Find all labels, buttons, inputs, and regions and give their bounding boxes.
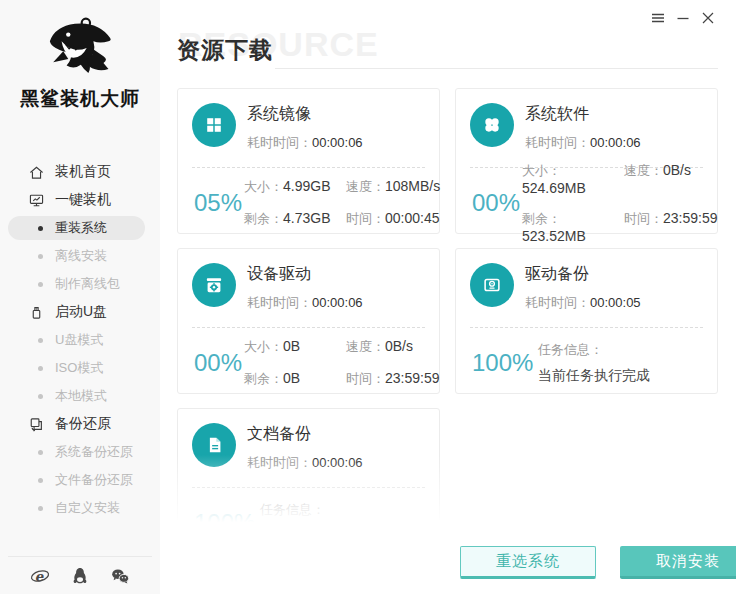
reselect-system-button[interactable]: 重选系统 <box>460 546 596 579</box>
download-cards: 系统镜像 耗时时间：00:00:06 05% 大小：4.99GB 速度：108M… <box>177 88 718 535</box>
sidebar-item-label: U盘模式 <box>55 331 103 349</box>
stat-size-label: 大小： <box>244 179 283 194</box>
card-document-backup: 文档备份 耗时时间：00:00:06 100% 任务信息： 当前任务执行完成 <box>177 408 440 535</box>
bullet-icon <box>38 338 43 343</box>
sidebar-item-label: 制作离线包 <box>55 275 120 293</box>
elapsed-label: 耗时时间： <box>247 295 312 310</box>
card-driver-backup: 驱动备份 耗时时间：00:00:05 100% 任务信息： 当前任务执行完成 <box>455 248 718 394</box>
card-device-driver: 设备驱动 耗时时间：00:00:06 00% 大小：0B 速度：0B/s 剩余：… <box>177 248 440 394</box>
stat-remaining-label: 剩余： <box>244 211 283 226</box>
bullet-icon <box>38 394 43 399</box>
sidebar-item-iso-mode[interactable]: ISO模式 <box>0 354 160 382</box>
harddrive-icon <box>470 263 514 307</box>
stat-size-label: 大小： <box>244 339 283 354</box>
stat-size-value: 524.69MB <box>522 180 586 196</box>
stat-remaining-value: 0B <box>283 370 300 386</box>
stat-time-value: 23:59:59 <box>663 210 718 226</box>
bullet-icon <box>38 506 43 511</box>
stat-time-label: 时间： <box>624 211 663 226</box>
stat-remaining-value: 523.52MB <box>522 228 586 244</box>
task-info-label: 任务信息： <box>538 341 650 359</box>
sidebar: 黑鲨装机大师 装机首页 一键装机 重装系统 离线安装 制作离线包 <box>0 0 160 594</box>
elapsed-value: 00:00:06 <box>312 135 363 150</box>
sidebar-item-system-backup-restore[interactable]: 系统备份还原 <box>0 438 160 466</box>
elapsed-value: 00:00:06 <box>590 135 641 150</box>
sidebar-item-label: 离线安装 <box>55 247 107 265</box>
sidebar-item-label: 一键装机 <box>55 191 111 209</box>
sidebar-item-reinstall-system[interactable]: 重装系统 <box>0 214 160 242</box>
bullet-icon <box>38 254 43 259</box>
stat-speed-label: 速度： <box>346 179 385 194</box>
elapsed-label: 耗时时间： <box>247 455 312 470</box>
wechat-icon[interactable] <box>110 566 130 586</box>
progress-percent: 00% <box>194 349 244 377</box>
stat-speed-value: 0B/s <box>663 162 691 178</box>
sidebar-item-file-backup-restore[interactable]: 文件备份还原 <box>0 466 160 494</box>
menu-icon[interactable] <box>651 11 665 25</box>
footer-buttons: 重选系统 取消安装 <box>320 546 736 579</box>
home-icon <box>28 164 45 181</box>
stat-remaining-value: 4.73GB <box>283 210 330 226</box>
sidebar-item-custom-install[interactable]: 自定义安装 <box>0 494 160 522</box>
stat-time-value: 23:59:59 <box>385 370 440 386</box>
cancel-install-button[interactable]: 取消安装 <box>620 546 736 579</box>
sidebar-menu: 装机首页 一键装机 重装系统 离线安装 制作离线包 启动U盘 <box>0 158 160 522</box>
progress-percent: 05% <box>194 189 244 217</box>
card-title: 系统镜像 <box>247 104 363 125</box>
minimize-icon[interactable] <box>676 11 690 25</box>
stat-speed-label: 速度： <box>346 339 385 354</box>
sidebar-item-home[interactable]: 装机首页 <box>0 158 160 186</box>
stat-speed-value: 108MB/s <box>385 178 440 194</box>
sidebar-item-label: 装机首页 <box>55 163 111 181</box>
app-name: 黑鲨装机大师 <box>0 86 160 112</box>
sidebar-item-label: 本地模式 <box>55 387 107 405</box>
sidebar-item-onekey-install[interactable]: 一键装机 <box>0 186 160 214</box>
card-title: 系统软件 <box>525 104 641 125</box>
bullet-icon <box>38 366 43 371</box>
card-system-image: 系统镜像 耗时时间：00:00:06 05% 大小：4.99GB 速度：108M… <box>177 88 440 234</box>
windows-icon <box>192 103 236 147</box>
backup-icon <box>28 416 45 433</box>
stat-time-value: 00:00:45 <box>385 210 440 226</box>
sidebar-item-label: 备份还原 <box>55 415 111 433</box>
sidebar-item-local-mode[interactable]: 本地模式 <box>0 382 160 410</box>
card-title: 文档备份 <box>247 424 363 445</box>
sidebar-item-boot-usb[interactable]: 启动U盘 <box>0 298 160 326</box>
sidebar-item-usb-mode[interactable]: U盘模式 <box>0 326 160 354</box>
card-title: 设备驱动 <box>247 264 363 285</box>
card-title: 驱动备份 <box>525 264 641 285</box>
document-icon <box>192 423 236 467</box>
bullet-icon <box>38 226 43 231</box>
card-system-software: 系统软件 耗时时间：00:00:06 00% 大小：524.69MB 速度：0B… <box>455 88 718 234</box>
main-panel: RESOURCE 资源下载 系统镜像 耗时时间：00:00:06 05% 大小：… <box>160 0 736 594</box>
sidebar-item-label: 系统备份还原 <box>55 443 133 461</box>
stat-remaining-label: 剩余： <box>522 211 561 226</box>
bullet-icon <box>38 282 43 287</box>
sidebar-item-offline-package[interactable]: 制作离线包 <box>0 270 160 298</box>
elapsed-label: 耗时时间： <box>247 135 312 150</box>
driver-icon <box>192 263 236 307</box>
elapsed-value: 00:00:06 <box>312 295 363 310</box>
stat-remaining-label: 剩余： <box>244 371 283 386</box>
ie-icon[interactable]: e <box>30 566 50 586</box>
sidebar-item-label: ISO模式 <box>55 359 103 377</box>
close-icon[interactable] <box>701 11 715 25</box>
monitor-icon <box>28 192 45 209</box>
sidebar-item-backup-restore[interactable]: 备份还原 <box>0 410 160 438</box>
page-title: 资源下载 <box>177 35 273 66</box>
window-controls <box>651 11 715 25</box>
shark-logo-icon <box>38 12 122 84</box>
qq-icon[interactable] <box>70 566 90 586</box>
task-info-label: 任务信息： <box>260 501 372 519</box>
stat-speed-label: 速度： <box>624 163 663 178</box>
task-info-value: 当前任务执行完成 <box>538 367 650 385</box>
elapsed-value: 00:00:06 <box>312 455 363 470</box>
stat-speed-value: 0B/s <box>385 338 413 354</box>
stat-size-value: 4.99GB <box>283 178 330 194</box>
sidebar-footer: e <box>8 556 152 594</box>
sidebar-item-offline-install[interactable]: 离线安装 <box>0 242 160 270</box>
progress-percent: 00% <box>472 189 522 217</box>
elapsed-label: 耗时时间： <box>525 295 590 310</box>
progress-percent: 100% <box>472 349 538 377</box>
title-underline <box>275 68 718 69</box>
